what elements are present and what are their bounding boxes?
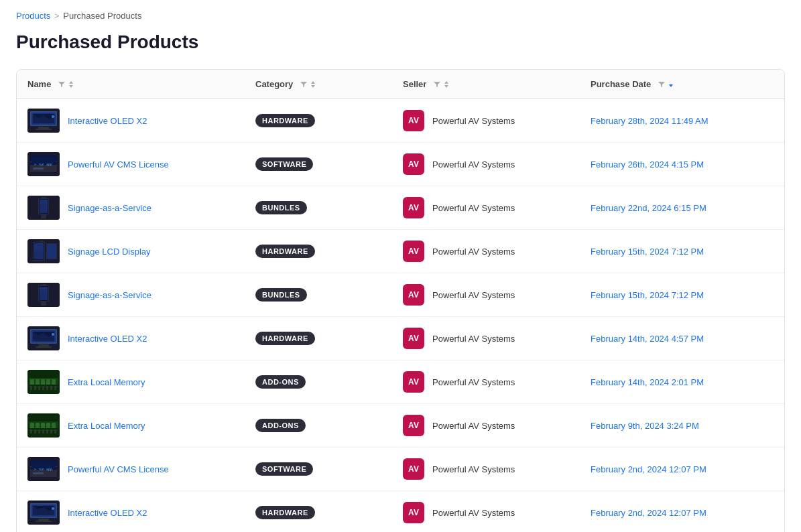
seller-avatar-2: AV bbox=[403, 153, 424, 175]
category-badge-2: SOFTWARE bbox=[255, 157, 313, 171]
filter-icon[interactable] bbox=[433, 80, 441, 88]
product-name-link-2[interactable]: Powerful AV CMS License bbox=[68, 159, 169, 170]
svg-rect-56 bbox=[54, 386, 56, 390]
cell-name-10: Interactive OLED X2 bbox=[17, 491, 245, 532]
svg-rect-66 bbox=[30, 429, 32, 434]
svg-rect-68 bbox=[38, 429, 40, 434]
cell-category-9: SOFTWARE bbox=[245, 453, 392, 485]
cell-purchase-date-8: February 9th, 2024 3:24 PM bbox=[580, 411, 784, 440]
seller-avatar-8: AV bbox=[403, 415, 424, 436]
product-name-link-8[interactable]: Extra Local Memory bbox=[68, 421, 145, 431]
svg-rect-51 bbox=[34, 386, 36, 390]
cell-category-1: HARDWARE bbox=[245, 105, 392, 137]
seller-name-1: Powerful AV Systems bbox=[432, 116, 515, 126]
seller-avatar-10: AV bbox=[403, 502, 424, 523]
product-name-link-1[interactable]: Interactive OLED X2 bbox=[68, 116, 147, 126]
seller-avatar-initials-4: AV bbox=[408, 247, 419, 256]
svg-rect-6 bbox=[36, 129, 52, 130]
purchase-date-value-2: February 26th, 2024 4:15 PM bbox=[591, 159, 704, 170]
purchase-date-value-7: February 14th, 2024 2:01 PM bbox=[591, 377, 704, 387]
svg-rect-54 bbox=[46, 386, 48, 390]
category-badge-1: HARDWARE bbox=[255, 114, 315, 127]
cell-name-6: Interactive OLED X2 bbox=[17, 317, 245, 360]
filter-icon[interactable] bbox=[58, 80, 66, 88]
breadcrumb-separator: > bbox=[54, 11, 59, 21]
product-image-6 bbox=[27, 326, 60, 350]
table-row: Signage LCD Display HARDWARE AV Powerful… bbox=[17, 230, 784, 273]
product-image-1 bbox=[27, 109, 60, 133]
cell-purchase-date-10: February 2nd, 2024 12:07 PM bbox=[580, 498, 784, 527]
sort-desc-icon[interactable] bbox=[668, 80, 674, 88]
product-name-link-5[interactable]: Signage-as-a-Service bbox=[68, 290, 151, 300]
column-name-label: Name bbox=[27, 79, 51, 89]
cell-seller-9: AV Powerful AV Systems bbox=[392, 449, 580, 489]
seller-avatar-7: AV bbox=[403, 371, 424, 393]
category-badge-8: ADD-ONS bbox=[255, 419, 306, 432]
seller-avatar-1: AV bbox=[403, 110, 424, 131]
column-header-category: Category bbox=[245, 70, 392, 98]
filter-icon[interactable] bbox=[658, 80, 666, 88]
product-image-8 bbox=[27, 413, 60, 438]
filter-icon[interactable] bbox=[300, 80, 308, 88]
table-body: Interactive OLED X2 HARDWARE AV Powerful… bbox=[17, 99, 784, 532]
category-badge-7: ADD-ONS bbox=[255, 375, 306, 389]
column-purchase-date-controls bbox=[658, 80, 674, 88]
table-row: > run app Powerful AV CMS License SOFTWA… bbox=[17, 448, 784, 491]
column-category-controls bbox=[300, 80, 316, 88]
cell-category-8: ADD-ONS bbox=[245, 409, 392, 442]
seller-avatar-initials-10: AV bbox=[408, 508, 419, 517]
product-image-2: > run app bbox=[27, 152, 60, 176]
cell-purchase-date-1: February 28th, 2024 11:49 AM bbox=[580, 107, 784, 135]
product-name-link-9[interactable]: Powerful AV CMS License bbox=[68, 464, 169, 474]
sort-icon[interactable] bbox=[443, 80, 450, 88]
product-image-9: > run app bbox=[27, 457, 60, 481]
product-name-link-6[interactable]: Interactive OLED X2 bbox=[68, 334, 147, 344]
sort-icon[interactable] bbox=[310, 80, 316, 88]
table-row: Extra Local Memory ADD-ONS AV Powerful A… bbox=[17, 404, 784, 448]
purchase-date-value-9: February 2nd, 2024 12:07 PM bbox=[591, 464, 706, 474]
product-name-link-4[interactable]: Signage LCD Display bbox=[68, 247, 151, 257]
seller-name-6: Powerful AV Systems bbox=[432, 334, 515, 344]
svg-rect-53 bbox=[42, 386, 44, 390]
svg-rect-72 bbox=[54, 429, 56, 434]
purchase-date-value-4: February 15th, 2024 7:12 PM bbox=[591, 247, 704, 257]
table-row: Interactive OLED X2 HARDWARE AV Powerful… bbox=[17, 99, 784, 143]
svg-rect-38 bbox=[38, 344, 49, 346]
svg-rect-80 bbox=[33, 472, 44, 474]
seller-avatar-4: AV bbox=[403, 241, 424, 262]
breadcrumb-parent-link[interactable]: Products bbox=[16, 11, 50, 21]
svg-rect-67 bbox=[34, 429, 36, 434]
table-row: Signage-as-a-Service BUNDLES AV Powerful… bbox=[17, 273, 784, 317]
cell-name-4: Signage LCD Display bbox=[17, 230, 245, 273]
cell-seller-7: AV Powerful AV Systems bbox=[392, 362, 580, 402]
category-badge-3: BUNDLES bbox=[255, 201, 307, 214]
cell-seller-1: AV Powerful AV Systems bbox=[392, 101, 580, 141]
cell-seller-3: AV Powerful AV Systems bbox=[392, 188, 580, 228]
seller-avatar-initials-1: AV bbox=[408, 116, 419, 125]
svg-rect-71 bbox=[50, 429, 52, 434]
purchase-date-value-1: February 28th, 2024 11:49 AM bbox=[591, 116, 708, 126]
cell-category-10: HARDWARE bbox=[245, 496, 392, 529]
cell-name-2: > run app Powerful AV CMS License bbox=[17, 143, 245, 186]
product-name-link-3[interactable]: Signage-as-a-Service bbox=[68, 203, 151, 213]
cell-purchase-date-7: February 14th, 2024 2:01 PM bbox=[580, 368, 784, 397]
column-seller-label: Seller bbox=[403, 79, 426, 89]
cell-purchase-date-6: February 14th, 2024 4:57 PM bbox=[580, 324, 784, 353]
column-purchase-date-label: Purchase Date bbox=[591, 79, 651, 89]
cell-category-5: BUNDLES bbox=[245, 279, 392, 311]
page-wrapper: Products > Purchased Products Purchased … bbox=[0, 0, 801, 532]
product-image-5 bbox=[27, 283, 60, 307]
product-name-link-10[interactable]: Interactive OLED X2 bbox=[68, 508, 147, 518]
cell-purchase-date-4: February 15th, 2024 7:12 PM bbox=[580, 237, 784, 266]
seller-name-5: Powerful AV Systems bbox=[432, 290, 515, 300]
cell-purchase-date-2: February 26th, 2024 4:15 PM bbox=[580, 150, 784, 179]
table-row: Extra Local Memory ADD-ONS AV Powerful A… bbox=[17, 360, 784, 404]
svg-rect-52 bbox=[38, 386, 40, 390]
seller-avatar-initials-7: AV bbox=[408, 377, 419, 387]
breadcrumb: Products > Purchased Products bbox=[16, 11, 785, 21]
sort-icon[interactable] bbox=[68, 80, 74, 88]
cell-seller-10: AV Powerful AV Systems bbox=[392, 492, 580, 532]
cell-purchase-date-5: February 15th, 2024 7:12 PM bbox=[580, 281, 784, 310]
seller-name-3: Powerful AV Systems bbox=[432, 203, 515, 213]
product-name-link-7[interactable]: Extra Local Memory bbox=[68, 377, 145, 387]
